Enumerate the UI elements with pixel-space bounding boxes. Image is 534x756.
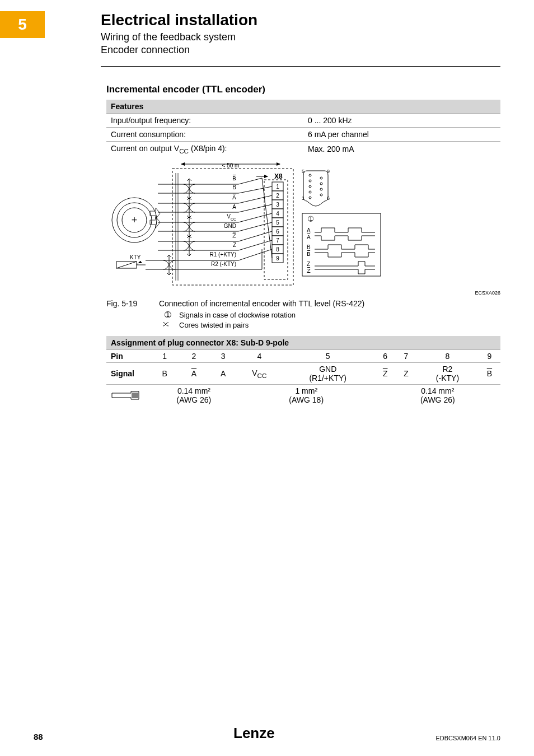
svg-text:R1 (+KTY): R1 (+KTY): [209, 251, 236, 258]
wave-marker: ➀: [308, 215, 313, 223]
table-row: 0.14 mm²(AWG 26) 1 mm²(AWG 18) 0.14 mm²(…: [106, 385, 500, 407]
twist-icon: [162, 320, 174, 329]
signal-cell: Z: [396, 363, 416, 385]
svg-text:5: 5: [276, 220, 279, 226]
heading-rule: [101, 66, 500, 67]
table-row: Input/output frequency: 0 ... 200 kHz: [106, 114, 500, 128]
svg-text:1: 1: [276, 184, 279, 190]
svg-point-62: [309, 191, 311, 193]
pin-cell: 6: [375, 350, 396, 363]
figure-diagram: < 50 m + KTY 1 2: [106, 160, 500, 295]
signal-cell: R2(-KTY): [416, 363, 479, 385]
pin-cell: 7: [396, 350, 416, 363]
pin-cell: 8: [416, 350, 479, 363]
assignment-table: Assignment of plug connector X8: Sub-D 9…: [106, 336, 500, 406]
svg-text:B: B: [307, 244, 311, 250]
signal-cell: GND(R1/+KTY): [281, 363, 375, 385]
legend-text-2: Cores twisted in pairs: [179, 321, 249, 329]
pin-cell: 2: [179, 350, 208, 363]
chapter-number-tab: 5: [0, 11, 45, 38]
subheading-1: Wiring of the feedback system: [101, 31, 257, 43]
feature-label: Current consumption:: [106, 128, 303, 142]
assignment-header: Assignment of plug connector X8: Sub-D 9…: [106, 336, 500, 350]
svg-text:2: 2: [276, 193, 279, 199]
table-row: Current on output VCC (X8/pin 4): Max. 2…: [106, 142, 500, 157]
table-row: Current consumption: 6 mA per channel: [106, 128, 500, 142]
svg-text:R2 (-KTY): R2 (-KTY): [211, 261, 236, 267]
figure-caption-text: Connection of incremental encoder with T…: [159, 299, 364, 308]
svg-text:3: 3: [276, 202, 279, 208]
svg-point-65: [320, 183, 322, 185]
length-label: < 50 m: [222, 162, 240, 169]
svg-text:VCC: VCC: [227, 213, 236, 221]
svg-text:4: 4: [276, 211, 279, 217]
figure-caption: Fig. 5-19 Connection of incremental enco…: [106, 299, 364, 308]
svg-point-67: [320, 194, 322, 196]
features-table: Features Input/output frequency: 0 ... 2…: [106, 100, 500, 157]
svg-text:A̅: A̅: [232, 194, 236, 200]
svg-line-9: [116, 262, 137, 268]
legend-symbol-1: ➀: [162, 310, 174, 319]
table-row: Signal B A A VCC GND(R1/+KTY) Z Z R2(-KT…: [106, 363, 500, 385]
svg-point-60: [309, 180, 311, 182]
svg-text:6: 6: [276, 228, 279, 235]
svg-point-64: [320, 177, 322, 179]
svg-text:5: 5: [302, 169, 305, 174]
svg-text:B: B: [232, 184, 236, 190]
svg-text:B̅: B̅: [232, 175, 236, 181]
pin-cell: 3: [209, 350, 238, 363]
section-title: Incremental encoder (TTL encoder): [106, 84, 265, 95]
pin-cell: 1: [150, 350, 179, 363]
feature-value: 0 ... 200 kHz: [303, 114, 500, 128]
feature-value: 6 mA per channel: [303, 128, 500, 142]
cable-spec-cell: 0.14 mm²(AWG 26): [150, 385, 238, 407]
svg-text:8: 8: [276, 246, 279, 253]
svg-point-61: [309, 185, 311, 188]
encoder-plus: +: [132, 214, 138, 226]
page-footer: 88 Lenze EDBCSXM064 EN 11.0: [0, 725, 534, 741]
pin-cell: 5: [281, 350, 375, 363]
svg-text:A̅: A̅: [307, 234, 311, 240]
signal-cell: A: [179, 363, 208, 385]
svg-text:Z̅: Z̅: [232, 232, 236, 239]
svg-text:7: 7: [276, 237, 279, 244]
svg-text:Z̅: Z̅: [307, 267, 311, 274]
svg-text:6: 6: [327, 195, 330, 201]
feature-label: Current on output VCC (X8/pin 4):: [106, 142, 303, 157]
cable-spec-cell: 0.14 mm²(AWG 26): [375, 385, 500, 407]
svg-text:B̅: B̅: [307, 250, 311, 257]
svg-point-59: [309, 174, 311, 176]
svg-text:GND: GND: [224, 223, 236, 229]
cable-icon: [106, 385, 150, 407]
brand-logo: Lenze: [233, 725, 301, 744]
svg-point-66: [320, 188, 322, 190]
pin-row-label: Pin: [106, 350, 150, 363]
svg-text:9: 9: [327, 169, 330, 174]
page-heading: Electrical installation Wiring of the fe…: [101, 11, 257, 56]
cable-spec-cell: 1 mm²(AWG 18): [238, 385, 375, 407]
pin-cell: 4: [238, 350, 281, 363]
pin-cell: 9: [479, 350, 500, 363]
figure-legend: ➀ Signals in case of clockwise rotation …: [162, 310, 296, 330]
connector-label: X8: [274, 172, 283, 180]
features-header: Features: [106, 100, 500, 114]
svg-text:Z: Z: [233, 242, 236, 248]
figure-number: Fig. 5-19: [106, 299, 157, 308]
figure-code: ECSXA026: [475, 290, 500, 296]
svg-text:A: A: [307, 227, 311, 234]
svg-text:9: 9: [276, 255, 279, 262]
document-id: EDBCSXM064 EN 11.0: [435, 735, 500, 741]
kty-label: KTY: [130, 254, 141, 260]
signal-row-label: Signal: [106, 363, 150, 385]
svg-text:A: A: [232, 204, 236, 210]
signal-cell: A: [209, 363, 238, 385]
feature-label: Input/output frequency:: [106, 114, 303, 128]
table-row: Pin 1 2 3 4 5 6 7 8 9: [106, 350, 500, 363]
svg-marker-12: [138, 261, 142, 263]
svg-text:Z: Z: [307, 261, 310, 267]
feature-value: Max. 200 mA: [303, 142, 500, 157]
chapter-title: Electrical installation: [101, 11, 257, 29]
svg-text:Lenze: Lenze: [233, 725, 275, 741]
signal-cell: VCC: [238, 363, 281, 385]
signal-cell: B: [150, 363, 179, 385]
